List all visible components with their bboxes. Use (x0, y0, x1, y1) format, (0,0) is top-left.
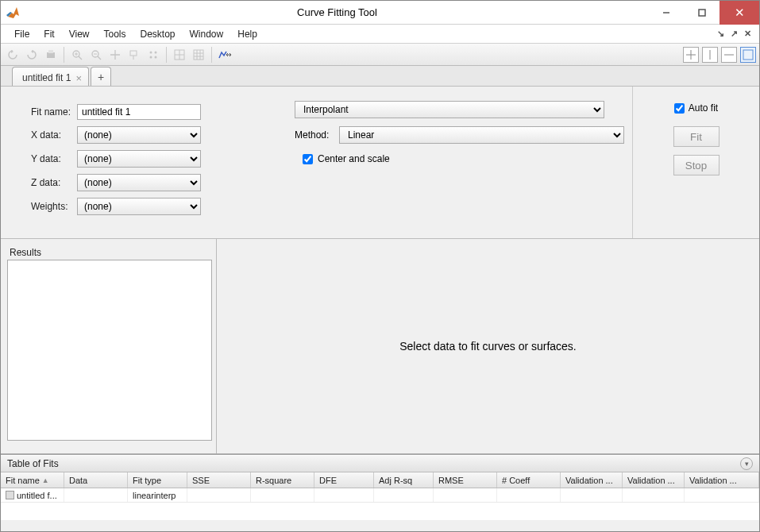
svg-rect-3 (48, 50, 53, 53)
close-button[interactable]: ✕ (719, 1, 759, 25)
menu-fit[interactable]: Fit (37, 26, 61, 42)
menu-desktop[interactable]: Desktop (133, 26, 183, 42)
layout-single-button[interactable] (740, 47, 756, 63)
tab-label: untitled fit 1 (22, 72, 71, 83)
x-data-select[interactable]: (none) (77, 126, 201, 144)
svg-rect-11 (130, 51, 137, 56)
tab-close-icon[interactable]: × (75, 72, 82, 84)
auto-fit-checkbox[interactable] (674, 103, 685, 114)
layout-hsplit-button[interactable] (721, 47, 737, 63)
weights-label: Weights: (31, 201, 77, 212)
menu-window[interactable]: Window (183, 26, 231, 42)
data-cursor-icon[interactable] (125, 46, 143, 64)
col-rsquare[interactable]: R-square (251, 472, 314, 488)
maximize-dock-icon[interactable]: ↗ (729, 29, 739, 39)
cell-fit-type: linearinterp (128, 488, 187, 502)
undock-icon[interactable]: ↘ (716, 29, 726, 39)
svg-point-16 (155, 56, 157, 58)
z-data-select[interactable]: (none) (77, 174, 201, 191)
menubar: File Fit View Tools Desktop Window Help … (1, 25, 759, 44)
pan-icon[interactable] (106, 46, 124, 64)
col-fit-type[interactable]: Fit type (128, 472, 187, 488)
z-data-label: Z data: (31, 177, 77, 188)
layout-vsplit-button[interactable] (702, 47, 718, 63)
tof-table: Fit name▲ Data Fit type SSE R-square DFE… (1, 472, 759, 520)
maximize-button[interactable] (684, 1, 719, 25)
col-val3[interactable]: Validation ... (685, 472, 759, 488)
cell-fit-name: untitled f... (1, 488, 64, 502)
row-checkbox-icon[interactable] (6, 491, 14, 499)
minimize-button[interactable] (648, 1, 684, 25)
center-scale-label: Center and scale (318, 153, 390, 164)
weights-select[interactable]: (none) (77, 198, 201, 215)
results-label: Results (10, 247, 210, 258)
cell-dfe (314, 488, 374, 502)
svg-line-9 (98, 56, 101, 60)
rotate-left-icon[interactable] (4, 46, 21, 64)
svg-rect-1 (699, 10, 705, 16)
exclude-icon[interactable] (145, 46, 162, 64)
svg-line-5 (79, 56, 82, 60)
cell-data (64, 488, 128, 502)
grid-icon[interactable] (171, 46, 188, 64)
col-sse[interactable]: SSE (187, 472, 251, 488)
cell-val3 (685, 488, 759, 502)
print-icon[interactable] (42, 46, 60, 64)
fit-type-select[interactable]: Interpolant (295, 101, 604, 118)
menu-tools[interactable]: Tools (96, 26, 133, 42)
cell-sse (187, 488, 251, 502)
stop-button[interactable]: Stop (673, 155, 719, 175)
plot-placeholder-text: Select data to fit curves or surfaces. (399, 340, 577, 353)
svg-rect-20 (194, 50, 203, 60)
results-textbox[interactable] (7, 260, 212, 441)
dock-controls: ↘ ↗ ✕ (716, 29, 753, 39)
col-val1[interactable]: Validation ... (561, 472, 623, 488)
fit-name-input[interactable] (77, 104, 201, 120)
config-left: Fit name: X data: (none) Y data: (none) … (1, 87, 287, 238)
col-adj-rsq[interactable]: Adj R-sq (374, 472, 434, 488)
results-row: Results Select data to fit curves or sur… (1, 239, 759, 453)
svg-rect-30 (743, 50, 753, 60)
results-panel: Results (1, 239, 217, 453)
col-data[interactable]: Data (64, 472, 128, 488)
col-val2[interactable]: Validation ... (623, 472, 685, 488)
tabstrip: untitled fit 1 × + (1, 66, 759, 87)
tab-fit[interactable]: untitled fit 1 × (12, 67, 89, 86)
col-rmse[interactable]: RMSE (434, 472, 497, 488)
svg-point-14 (155, 51, 157, 53)
tof-row[interactable]: untitled f... linearinterp (1, 488, 759, 503)
cell-adj-rsq (374, 488, 434, 502)
fit-button[interactable]: Fit (673, 126, 719, 147)
axes-limits-icon[interactable] (216, 46, 233, 64)
menu-file[interactable]: File (7, 26, 37, 42)
col-coeff[interactable]: # Coeff (497, 472, 561, 488)
window-title: Curve Fitting Tool (26, 6, 648, 18)
close-dock-icon[interactable]: ✕ (743, 29, 753, 39)
tab-add-button[interactable]: + (91, 67, 111, 86)
tof-columns: Fit name▲ Data Fit type SSE R-square DFE… (1, 472, 759, 488)
zoom-out-icon[interactable] (87, 46, 105, 64)
cell-val1 (561, 488, 623, 502)
col-fit-name[interactable]: Fit name▲ (1, 472, 64, 488)
grid-dense-icon[interactable] (190, 46, 207, 64)
col-dfe[interactable]: DFE (314, 472, 374, 488)
toolbar (1, 44, 759, 66)
table-of-fits: Table of Fits ▾ Fit name▲ Data Fit type … (1, 453, 759, 520)
cell-rmse (434, 488, 497, 502)
menu-help[interactable]: Help (230, 26, 264, 42)
y-data-label: Y data: (31, 153, 77, 164)
plot-panel: Select data to fit curves or surfaces. (217, 239, 759, 453)
y-data-select[interactable]: (none) (77, 150, 201, 168)
method-select[interactable]: Linear (339, 126, 624, 144)
rotate-right-icon[interactable] (23, 46, 41, 64)
tof-minimize-icon[interactable]: ▾ (740, 457, 753, 470)
titlebar: Curve Fitting Tool ✕ (1, 1, 759, 25)
menu-view[interactable]: View (62, 26, 97, 42)
svg-point-15 (150, 56, 152, 58)
layout-quad-button[interactable] (683, 47, 699, 63)
config-row: Fit name: X data: (none) Y data: (none) … (1, 87, 759, 239)
auto-fit-label: Auto fit (689, 102, 718, 114)
center-scale-checkbox[interactable] (303, 154, 313, 164)
sort-asc-icon: ▲ (42, 476, 49, 484)
zoom-in-icon[interactable] (68, 46, 86, 64)
